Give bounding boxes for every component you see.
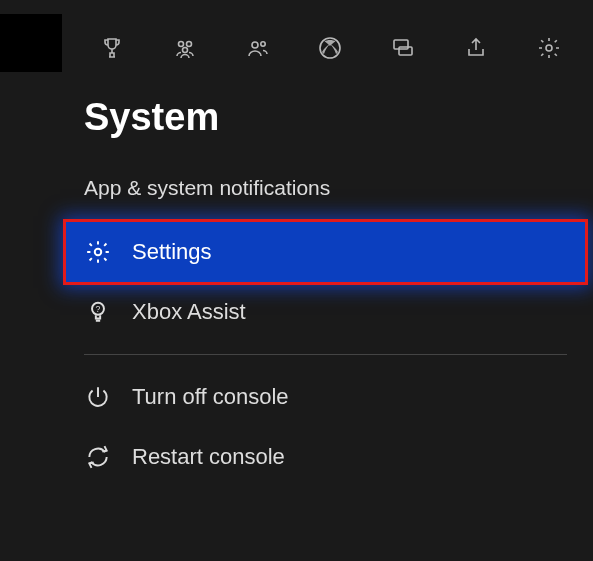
svg-text:?: ? [96, 304, 101, 314]
menu-item-label: App & system notifications [84, 176, 330, 200]
guide-toolbar [98, 34, 563, 62]
restart-icon [84, 443, 112, 471]
gear-icon [84, 238, 112, 266]
menu-item-label: Turn off console [132, 384, 289, 410]
menu-item-turn-off[interactable]: Turn off console [66, 367, 585, 427]
menu-item-label: Xbox Assist [132, 299, 246, 325]
menu-item-label: Restart console [132, 444, 285, 470]
friends-icon[interactable] [171, 34, 199, 62]
svg-point-3 [252, 42, 258, 48]
page-title: System [84, 96, 219, 139]
menu-item-label: Settings [132, 239, 212, 265]
share-icon[interactable] [462, 34, 490, 62]
menu-item-xbox-assist[interactable]: ? Xbox Assist [66, 282, 585, 342]
svg-point-9 [95, 249, 102, 256]
svg-point-8 [546, 45, 552, 51]
party-icon[interactable] [244, 34, 272, 62]
achievements-icon[interactable] [98, 34, 126, 62]
menu-item-restart[interactable]: Restart console [66, 427, 585, 487]
menu-item-settings[interactable]: Settings [66, 222, 585, 282]
system-menu: App & system notifications Settings ? Xb… [66, 172, 585, 487]
menu-divider [84, 354, 567, 355]
chat-icon[interactable] [389, 34, 417, 62]
xbox-icon[interactable] [316, 34, 344, 62]
svg-point-0 [178, 42, 183, 47]
lightbulb-icon: ? [84, 298, 112, 326]
svg-point-4 [260, 42, 264, 46]
left-panel-stub [0, 14, 62, 72]
svg-point-2 [182, 48, 187, 53]
settings-icon[interactable] [535, 34, 563, 62]
menu-item-notifications[interactable]: App & system notifications [66, 172, 585, 222]
power-icon [84, 383, 112, 411]
svg-point-1 [186, 42, 191, 47]
